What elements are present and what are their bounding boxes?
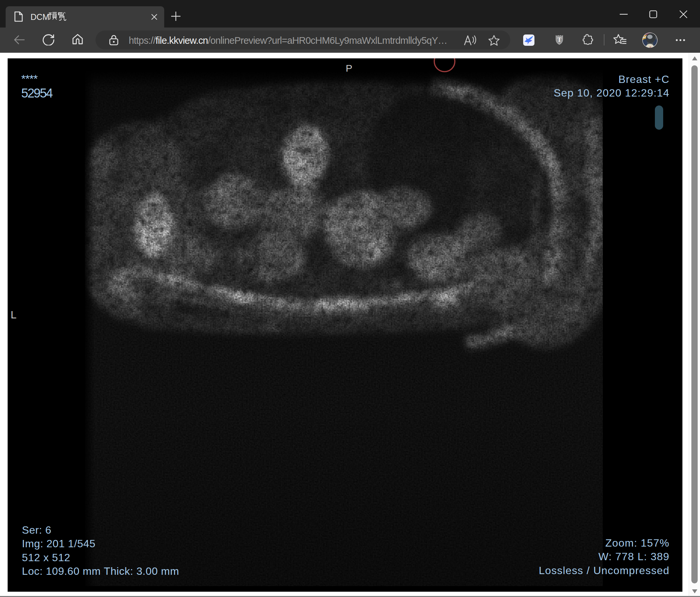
svg-text:T: T	[557, 36, 562, 43]
